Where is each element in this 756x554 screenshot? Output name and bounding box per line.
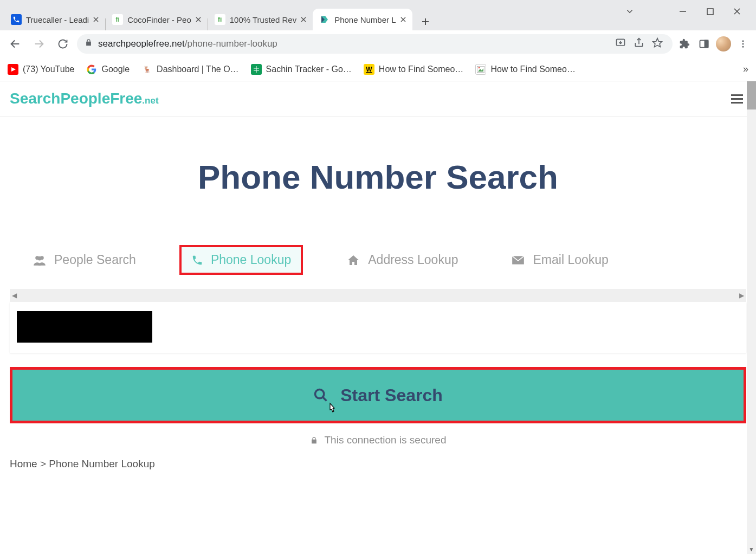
start-search-button[interactable]: Start Search xyxy=(10,367,746,423)
svg-point-36 xyxy=(37,256,42,260)
svg-rect-22 xyxy=(705,40,708,47)
bookmark-label: How to Find Someo… xyxy=(379,65,464,74)
bookmark-label: How to Find Someo… xyxy=(490,65,576,74)
horizontal-scroll-hint[interactable]: ◀ ▶ xyxy=(10,289,746,302)
favicon-searchpeoplefree xyxy=(319,14,330,25)
svg-marker-19 xyxy=(653,38,662,47)
w-icon: W xyxy=(364,64,374,75)
lock-icon xyxy=(310,436,318,445)
page-scrollbar[interactable]: ▼ xyxy=(747,81,756,554)
bookmark-star-icon[interactable] xyxy=(652,37,663,51)
bookmark-google[interactable]: Google xyxy=(86,64,130,75)
tab-phone-number-lookup[interactable]: Phone Number L xyxy=(313,9,412,30)
extensions-button[interactable] xyxy=(677,36,692,51)
svg-point-23 xyxy=(742,40,744,42)
tab-title: Truecaller - Leadi xyxy=(26,15,89,24)
nav-forward-button[interactable] xyxy=(29,34,49,54)
stab-label: Email Lookup xyxy=(533,253,608,267)
window-minimize-button[interactable] xyxy=(676,4,690,18)
scroll-left-arrow[interactable]: ◀ xyxy=(12,292,17,299)
svg-point-37 xyxy=(315,390,324,398)
tab-title: 100% Trusted Rev xyxy=(230,15,296,24)
start-search-label: Start Search xyxy=(340,385,443,405)
breadcrumb-home-link[interactable]: Home xyxy=(10,458,37,469)
youtube-icon xyxy=(8,64,18,75)
tab-overflow-chevron[interactable] xyxy=(623,4,637,18)
tab-truecaller[interactable]: Truecaller - Leadi xyxy=(4,9,105,30)
tab-close-button[interactable] xyxy=(93,15,99,24)
bookmark-howto-1[interactable]: W How to Find Someo… xyxy=(364,64,464,75)
secure-connection-note: This connection is secured xyxy=(10,434,746,446)
lock-icon xyxy=(85,38,93,49)
side-panel-button[interactable] xyxy=(696,36,712,51)
scroll-right-arrow[interactable]: ▶ xyxy=(739,292,744,299)
hamburger-menu-button[interactable] xyxy=(731,94,743,104)
bookmark-label: Dashboard | The O… xyxy=(157,65,239,74)
site-logo[interactable]: SearchPeopleFree.net xyxy=(10,90,159,107)
tab-title: CocoFinder - Peo xyxy=(127,15,191,24)
tab-people-search[interactable]: People Search xyxy=(23,247,146,273)
tab-title: Phone Number L xyxy=(334,15,396,24)
bookmark-label: (73) YouTube xyxy=(23,65,74,74)
url-text: searchpeoplefree.net/phone-number-lookup xyxy=(98,38,277,49)
svg-point-33 xyxy=(479,67,480,68)
new-tab-button[interactable] xyxy=(417,13,434,30)
share-icon[interactable] xyxy=(634,37,644,51)
bookmark-label: Google xyxy=(101,65,130,74)
bookmark-sachin-tracker[interactable]: Sachin Tracker - Go… xyxy=(251,64,352,75)
chrome-menu-button[interactable] xyxy=(735,36,751,51)
bookmarks-bar: (73) YouTube Google 🦌 Dashboard | The O…… xyxy=(0,57,756,81)
scroll-thumb[interactable] xyxy=(747,81,756,109)
svg-line-38 xyxy=(323,397,327,401)
breadcrumb-current: Phone Number Lookup xyxy=(49,458,154,469)
phone-number-input[interactable] xyxy=(10,302,746,353)
sheets-icon xyxy=(251,64,262,75)
tab-close-button[interactable] xyxy=(196,15,201,24)
window-maximize-button[interactable] xyxy=(703,4,717,18)
google-icon xyxy=(86,64,97,75)
address-bar[interactable]: searchpeoplefree.net/phone-number-lookup xyxy=(77,34,673,54)
image-icon xyxy=(475,64,486,75)
bookmark-howto-2[interactable]: How to Find Someo… xyxy=(475,64,576,75)
page-title: Phone Number Search xyxy=(10,158,746,196)
profile-avatar[interactable] xyxy=(716,36,731,51)
svg-rect-1 xyxy=(707,9,713,15)
stab-label: Address Lookup xyxy=(368,253,458,267)
search-icon xyxy=(313,388,328,403)
tab-close-button[interactable] xyxy=(400,15,406,24)
tab-phone-lookup[interactable]: Phone Lookup xyxy=(179,245,303,275)
tab-trusted-rev[interactable]: fi 100% Trusted Rev xyxy=(208,9,313,30)
bookmark-overflow-button[interactable]: » xyxy=(743,63,748,75)
scroll-down-arrow[interactable]: ▼ xyxy=(747,545,756,554)
cursor-icon xyxy=(327,402,338,418)
breadcrumb: Home > Phone Number Lookup xyxy=(10,458,746,470)
tab-close-button[interactable] xyxy=(301,15,306,24)
tabs-bar: Truecaller - Leadi fi CocoFinder - Peo f… xyxy=(0,0,756,30)
favicon-truecaller xyxy=(11,14,22,25)
stab-label: People Search xyxy=(54,253,136,267)
favicon-cocofinder: fi xyxy=(112,14,123,25)
nav-reload-button[interactable] xyxy=(53,34,73,54)
svg-point-25 xyxy=(742,46,744,48)
stab-label: Phone Lookup xyxy=(211,253,291,267)
search-type-tabs: People Search Phone Lookup Address Looku… xyxy=(10,245,746,275)
window-close-button[interactable] xyxy=(730,4,744,18)
nav-back-button[interactable] xyxy=(5,34,25,54)
install-app-icon[interactable] xyxy=(615,37,626,51)
tab-address-lookup[interactable]: Address Lookup xyxy=(337,247,468,273)
favicon-trusted: fi xyxy=(215,14,225,25)
tab-cocofinder[interactable]: fi CocoFinder - Peo xyxy=(106,9,208,30)
bookmark-youtube[interactable]: (73) YouTube xyxy=(8,64,74,75)
deer-icon: 🦌 xyxy=(141,64,152,75)
bookmark-dashboard[interactable]: 🦌 Dashboard | The O… xyxy=(141,64,239,75)
svg-point-24 xyxy=(742,43,744,45)
breadcrumb-separator: > xyxy=(40,458,46,469)
tab-email-lookup[interactable]: Email Lookup xyxy=(501,247,618,273)
secure-text: This connection is secured xyxy=(325,434,447,446)
svg-marker-26 xyxy=(11,67,16,72)
bookmark-label: Sachin Tracker - Go… xyxy=(266,65,352,74)
